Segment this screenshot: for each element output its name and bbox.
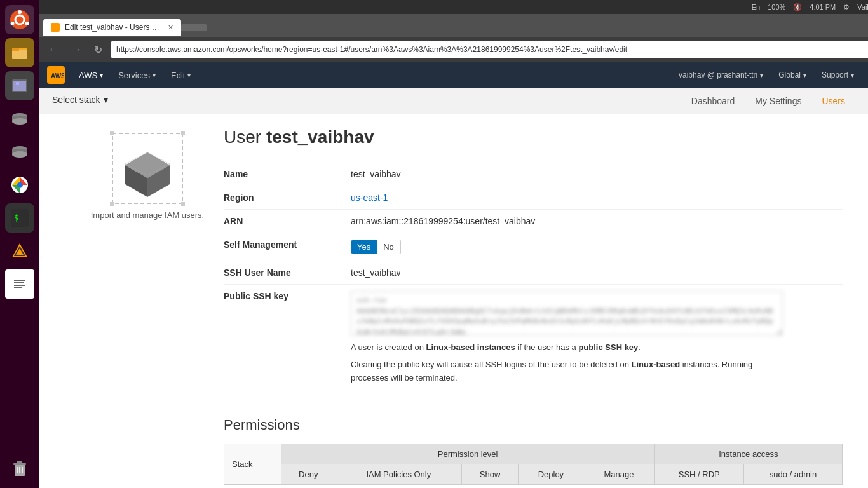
name-label: Name [224, 169, 351, 179]
address-bar: ← → ↻ ☆ ⋮ [39, 37, 868, 62]
ssh-key-textarea[interactable]: ssh-rsa AAAAB3NzaC1yc2EAAAADAQABAAABgQC7… [351, 291, 783, 336]
taskbar-disk1-icon[interactable] [5, 104, 34, 133]
permission-level-header: Permission level [281, 444, 654, 464]
nav-my-settings[interactable]: My Settings [745, 90, 811, 112]
deploy-header: Deploy [519, 464, 583, 485]
aws-nav-region[interactable]: Global ▾ [772, 67, 813, 83]
content-wrapper: Import and manage IAM users. User test_v… [90, 127, 843, 485]
back-button[interactable]: ← [44, 43, 62, 57]
select-stack-dropdown[interactable]: Select stack ▾ [52, 88, 108, 113]
svg-point-4 [25, 22, 29, 25]
edit-label: Edit [171, 71, 185, 80]
tray-settings[interactable]: ⚙ [843, 3, 850, 11]
taskbar-terminal-icon[interactable]: $_ [5, 203, 34, 233]
svg-rect-23 [12, 276, 27, 292]
taskbar: $_ [0, 0, 39, 488]
aws-logo[interactable]: AWS [47, 66, 65, 84]
self-mgmt-toggle[interactable]: Yes No [351, 240, 401, 254]
region-label: Region [224, 193, 351, 203]
toggle-no-option[interactable]: No [377, 240, 401, 254]
taskbar-editor-icon[interactable] [5, 269, 34, 299]
tray-mute: 🔇 [793, 3, 802, 11]
name-field-row: Name test_vaibhav [224, 163, 843, 186]
support-dropdown-arrow: ▾ [851, 72, 854, 79]
aws-nav-account[interactable]: vaibhav @ prashant-ttn ▾ [672, 67, 770, 83]
ssh-user-field-row: SSH User Name test_vaibhav [224, 261, 843, 285]
aws-dropdown-arrow: ▾ [100, 72, 103, 79]
taskbar-vlc-icon[interactable] [5, 236, 34, 266]
aws-nav-aws[interactable]: AWS ▾ [72, 67, 109, 84]
tab-close-button[interactable]: ✕ [168, 24, 173, 32]
address-input[interactable] [111, 41, 868, 58]
svg-rect-45 [181, 202, 185, 206]
public-ssh-label: Public SSH key [224, 291, 351, 301]
self-mgmt-field-row: Self Management Yes No [224, 233, 843, 261]
svg-point-14 [12, 151, 27, 158]
select-stack-arrow: ▾ [104, 95, 108, 105]
nav-users[interactable]: Users [811, 90, 855, 112]
services-dropdown-arrow: ▾ [153, 72, 156, 79]
taskbar-chrome-icon[interactable] [5, 170, 34, 200]
opsworks-nav-right: Dashboard My Settings Users [681, 90, 855, 112]
sidebar-description: Import and manage IAM users. [91, 210, 204, 221]
user-title: User test_vaibhav [224, 127, 843, 147]
permissions-title: Permissions [224, 417, 843, 433]
ssh-key-area: ssh-rsa AAAAB3NzaC1yc2EAAAADAQABAAABgQC7… [351, 291, 783, 337]
tray-user: Vaibhav Gulati [857, 3, 868, 11]
browser-tab-active[interactable]: Edit test_vaibhav - Users – AWS OpsWorks… [43, 19, 181, 36]
svg-point-17 [17, 182, 22, 187]
main-content: Import and manage IAM users. User test_v… [39, 114, 868, 488]
permissions-section: Permissions Stack Permission level Insta… [224, 417, 843, 485]
user-title-prefix: User [224, 127, 261, 147]
aws-nav-support[interactable]: Support ▾ [815, 67, 860, 83]
forward-button[interactable]: → [67, 43, 85, 57]
aws-nav-edit[interactable]: Edit ▾ [165, 67, 197, 84]
tab-title: Edit test_vaibhav - Users – AWS OpsWorks… [65, 23, 160, 32]
edit-dropdown-arrow: ▾ [187, 72, 191, 79]
region-dropdown-arrow: ▾ [803, 72, 806, 79]
svg-text:AWS: AWS [51, 72, 64, 79]
aws-label: AWS [79, 71, 97, 80]
taskbar-screenshot-icon[interactable] [5, 71, 34, 100]
browser-tab-inactive[interactable] [181, 24, 207, 31]
opsworks-cube-icon [106, 127, 189, 210]
ssh-note-1: A user is created on Linux-based instanc… [351, 341, 783, 355]
name-value: test_vaibhav [351, 169, 401, 179]
instance-access-header: Instance access [654, 444, 842, 464]
taskbar-files-icon[interactable] [5, 38, 34, 67]
svg-rect-9 [13, 81, 26, 91]
svg-rect-42 [110, 131, 114, 135]
reload-button[interactable]: ↻ [90, 43, 106, 57]
svg-rect-43 [181, 131, 185, 135]
svg-rect-29 [13, 463, 26, 465]
arn-value: arn:aws:iam::218619999254:user/test_vaib… [351, 216, 535, 226]
svg-point-2 [18, 10, 22, 14]
taskbar-trash-icon[interactable] [5, 454, 34, 483]
ssh-note-2: Clearing the public key will cause all S… [351, 358, 783, 385]
nav-dashboard[interactable]: Dashboard [681, 90, 745, 112]
taskbar-ubuntu-icon[interactable] [5, 5, 34, 34]
iam-only-header: IAM Policies Only [336, 464, 461, 485]
browser-tab-bar: Edit test_vaibhav - Users – AWS OpsWorks… [39, 14, 868, 37]
aws-nav-services[interactable]: Services ▾ [112, 67, 162, 84]
region-link[interactable]: us-east-1 [351, 193, 388, 203]
sidebar-icon-area: Import and manage IAM users. [90, 127, 205, 485]
page-content: En 100% 🔇 4:01 PM ⚙ Vaibhav Gulati Edit … [39, 0, 868, 488]
aws-nav-right: vaibhav @ prashant-ttn ▾ Global ▾ Suppor… [672, 67, 860, 83]
account-dropdown-arrow: ▾ [760, 72, 763, 79]
toggle-yes-option[interactable]: Yes [351, 240, 377, 254]
user-username: test_vaibhav [266, 127, 374, 147]
svg-rect-7 [12, 48, 19, 51]
tray-battery: 100% [768, 3, 785, 11]
tray-time: 4:01 PM [810, 3, 836, 11]
aws-topnav: AWS AWS ▾ Services ▾ Edit ▾ vaibhav @ pr… [39, 62, 868, 88]
region-field-row: Region us-east-1 [224, 186, 843, 210]
svg-rect-6 [12, 50, 27, 59]
svg-rect-10 [16, 82, 19, 85]
ssh-rdp-header: SSH / RDP [654, 464, 743, 485]
svg-rect-30 [17, 461, 22, 463]
taskbar-disk2-icon[interactable] [5, 137, 34, 166]
svg-point-12 [12, 118, 27, 125]
self-mgmt-label: Self Management [224, 240, 351, 250]
select-stack-label: Select stack [52, 95, 100, 105]
